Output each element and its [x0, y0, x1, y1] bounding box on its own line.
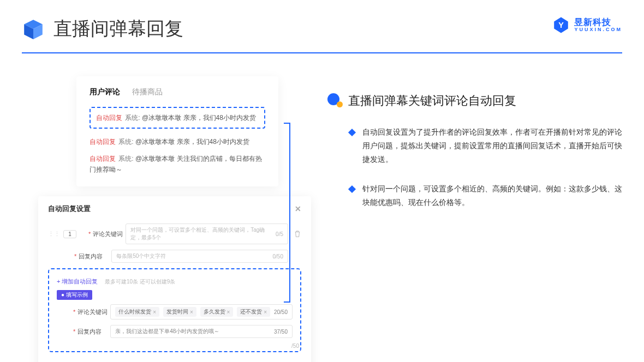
settings-card: 自动回复设置 ✕ ⋮⋮ 1 * 评论关键词 对同一个问题，可设置多个相近、高频的…	[38, 196, 311, 362]
settings-title: 自动回复设置	[48, 204, 91, 214]
comment-text: @冰墩墩本墩 亲亲，我们48小时内发货	[135, 138, 249, 146]
highlighted-comment: 自动回复 系统: @冰墩墩本墩 亲亲，我们48小时内发货	[90, 107, 265, 129]
required-star: *	[88, 231, 91, 237]
form-row-keyword: ⋮⋮ 1 * 评论关键词 对同一个问题，可设置多个相近、高频的关键词，Tag确定…	[48, 224, 301, 244]
keyword-input[interactable]: 对同一个问题，可设置多个相近、高频的关键词，Tag确定，最多5个 0/5	[126, 224, 288, 244]
brand-sub: YUUXIN.COM	[574, 27, 622, 33]
tag-chip[interactable]: 还不发货×	[237, 307, 270, 317]
field-label: 评论关键词	[93, 230, 126, 238]
brand: Y 昱新科技 YUUXIN.COM	[552, 16, 622, 34]
right-panel: 直播间弹幕关键词评论自动回复 自动回复设置为了提升作者的评论回复效率，作者可在开…	[327, 93, 622, 225]
field-label: 回复内容	[79, 252, 111, 261]
comment-text: @冰墩墩本墩 亲亲，我们48小时内发货	[142, 114, 256, 122]
example-row-keyword: * 评论关键词 什么时候发货× 发货时间× 多久发货× 还不发货× 20/50	[57, 304, 293, 319]
bottom-count: /50	[291, 343, 299, 349]
example-content-input[interactable]: 亲，我们这边都是下单48小时内发货的哦～ 37/50	[110, 325, 293, 338]
header-divider	[22, 52, 622, 53]
connector-line	[284, 123, 290, 124]
tag-chip[interactable]: 什么时候发货×	[115, 307, 159, 317]
add-reply-link[interactable]: + 增加自动回复	[57, 278, 98, 285]
add-tip: 最多可建10条 还可以创建9条	[105, 279, 175, 285]
tab-user-comments[interactable]: 用户评论	[90, 87, 120, 97]
brand-logo-icon: Y	[552, 16, 570, 34]
page-title: 直播间弹幕回复	[53, 16, 183, 41]
diamond-icon	[348, 129, 356, 136]
bullet-item: 自动回复设置为了提升作者的评论回复效率，作者可在开播前针对常见的评论用户问题，提…	[327, 125, 622, 167]
system-label: 系统:	[125, 114, 140, 122]
brand-name: 昱新科技	[574, 17, 622, 27]
example-box: + 增加自动回复 最多可建10条 还可以创建9条 ● 填写示例 * 评论关键词 …	[48, 268, 301, 352]
content-input[interactable]: 每条限50个中文字符 0/50	[111, 250, 288, 263]
example-row-content: * 回复内容 亲，我们这边都是下单48小时内发货的哦～ 37/50	[57, 325, 293, 338]
comment-row: 自动回复 系统: @冰墩墩本墩 关注我们的店铺，每日都有热门推荐呦～	[90, 153, 265, 176]
system-label: 系统:	[118, 138, 133, 146]
delete-icon[interactable]	[294, 230, 301, 238]
cube-logo-icon	[22, 17, 45, 40]
svg-text:Y: Y	[559, 21, 564, 29]
required-star: *	[74, 253, 76, 260]
auto-reply-badge: 自动回复	[90, 155, 116, 162]
auto-reply-badge: 自动回复	[96, 114, 122, 122]
close-icon[interactable]: ✕	[295, 204, 301, 213]
comment-row: 自动回复 系统: @冰墩墩本墩 亲亲，我们48小时内发货	[90, 136, 265, 147]
comment-tabs: 用户评论 待播商品	[90, 87, 265, 97]
form-row-content: * 回复内容 每条限50个中文字符 0/50	[48, 250, 301, 263]
drag-icon[interactable]: ⋮⋮	[48, 231, 60, 238]
comments-card: 用户评论 待播商品 自动回复 系统: @冰墩墩本墩 亲亲，我们48小时内发货 自…	[76, 76, 278, 186]
example-pill: ● 填写示例	[57, 290, 92, 300]
header: 直播间弹幕回复	[0, 0, 644, 47]
auto-reply-badge: 自动回复	[90, 138, 116, 146]
tag-chip[interactable]: 多久发货×	[200, 307, 234, 317]
example-keyword-input[interactable]: 什么时候发货× 发货时间× 多久发货× 还不发货× 20/50	[110, 304, 293, 319]
bullet-item: 针对同一个问题，可设置多个相近的、高频的关键词。例如：这款多少钱、这块能优惠吗、…	[327, 182, 622, 209]
order-number: 1	[63, 230, 76, 238]
section-title: 直播间弹幕关键词评论自动回复	[327, 93, 622, 109]
diamond-icon	[348, 185, 356, 192]
tab-pending-goods[interactable]: 待播商品	[132, 87, 163, 97]
system-label: 系统:	[118, 155, 133, 162]
bullet-dot-icon	[327, 93, 343, 108]
tag-chip[interactable]: 发货时间×	[163, 307, 196, 317]
